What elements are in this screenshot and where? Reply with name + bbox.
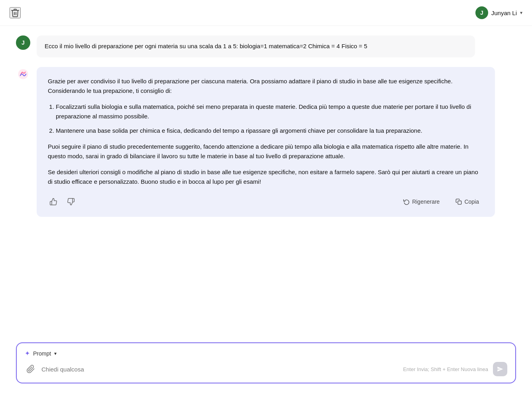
prompt-dropdown-icon[interactable]: ▾ <box>54 351 57 356</box>
chat-content: J Ecco il mio livello di preparazione pe… <box>0 26 532 336</box>
svg-rect-0 <box>458 201 461 204</box>
send-button[interactable] <box>493 362 507 376</box>
trash-button[interactable] <box>10 7 21 18</box>
input-top: ✦ Prompt ▾ <box>25 350 507 357</box>
copy-label: Copia <box>464 198 479 205</box>
avatar: J <box>475 6 488 19</box>
vote-buttons <box>48 196 77 207</box>
user-name: Junyan Li <box>491 10 517 16</box>
user-avatar: J <box>16 35 30 50</box>
input-area: ✦ Prompt ▾ Enter Invia; Shift + Enter Nu… <box>0 336 532 393</box>
ai-logo-icon <box>17 68 29 81</box>
header: J Junyan Li ▾ <box>0 0 532 26</box>
chevron-down-icon: ▾ <box>520 10 522 16</box>
sparkle-icon: ✦ <box>25 350 30 357</box>
regenerate-label: Rigenerare <box>412 198 440 205</box>
ai-paragraph-1: Puoi seguire il piano di studio preceden… <box>48 142 484 161</box>
user-menu[interactable]: J Junyan Li ▾ <box>475 6 522 19</box>
input-bottom: Enter Invia; Shift + Enter Nuova linea <box>25 362 507 376</box>
thumbs-up-button[interactable] <box>48 196 59 207</box>
ai-intro-text: Grazie per aver condiviso il tuo livello… <box>48 77 484 96</box>
list-item: Mantenere una base solida per chimica e … <box>56 126 484 136</box>
action-buttons: Rigenerare Copia <box>399 196 484 207</box>
input-hint: Enter Invia; Shift + Enter Nuova linea <box>403 366 488 372</box>
attach-button[interactable] <box>25 363 37 375</box>
prompt-label: Prompt <box>33 350 51 357</box>
ai-message-row: Grazie per aver condiviso il tuo livello… <box>16 67 516 217</box>
user-bubble: Ecco il mio livello di preparazione per … <box>37 35 475 57</box>
regenerate-button[interactable]: Rigenerare <box>399 196 444 207</box>
list-item: Focalizzarti sulla biologia e sulla mate… <box>56 102 484 121</box>
action-row: Rigenerare Copia <box>48 195 484 207</box>
ai-list: Focalizzarti sulla biologia e sulla mate… <box>48 102 484 136</box>
user-message-row: J Ecco il mio livello di preparazione pe… <box>16 35 516 57</box>
input-container: ✦ Prompt ▾ Enter Invia; Shift + Enter Nu… <box>16 342 516 383</box>
message-input[interactable] <box>41 366 398 373</box>
thumbs-down-button[interactable] <box>65 196 77 207</box>
copy-button[interactable]: Copia <box>451 196 484 207</box>
ai-paragraph-2: Se desideri ulteriori consigli o modific… <box>48 167 484 187</box>
ai-icon <box>16 67 30 81</box>
ai-bubble: Grazie per aver condiviso il tuo livello… <box>37 67 495 217</box>
